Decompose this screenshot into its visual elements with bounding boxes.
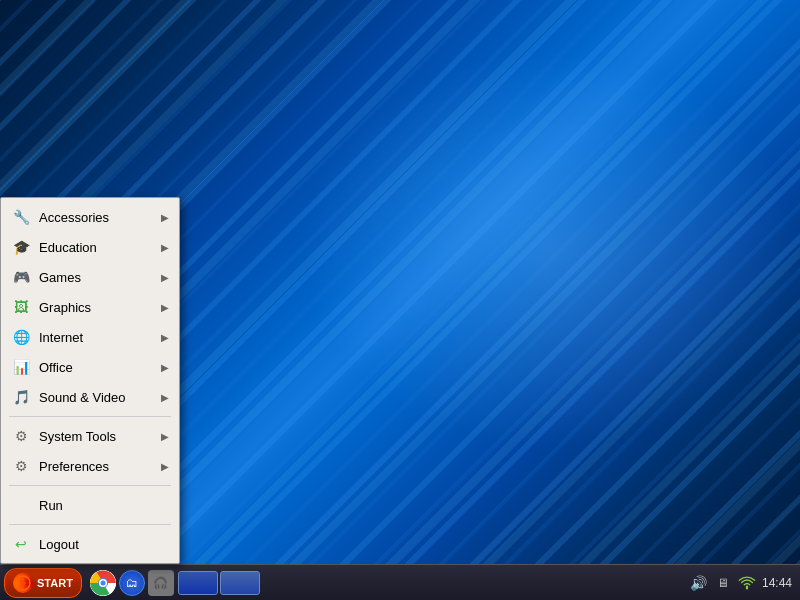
games-label: Games (39, 270, 161, 285)
logout-label: Logout (39, 537, 169, 552)
sound-video-icon: 🎵 (11, 387, 31, 407)
start-button[interactable]: START (4, 568, 82, 598)
internet-label: Internet (39, 330, 161, 345)
graphics-arrow: ▶ (161, 302, 169, 313)
accessories-icon: 🔧 (11, 207, 31, 227)
run-label: Run (39, 498, 169, 513)
sound-video-label: Sound & Video (39, 390, 161, 405)
menu-item-office[interactable]: 📊 Office ▶ (1, 352, 179, 382)
accessories-arrow: ▶ (161, 212, 169, 223)
internet-icon: 🌐 (11, 327, 31, 347)
divider-1 (9, 416, 171, 417)
office-arrow: ▶ (161, 362, 169, 373)
education-label: Education (39, 240, 161, 255)
accessories-label: Accessories (39, 210, 161, 225)
menu-item-graphics[interactable]: 🖼 Graphics ▶ (1, 292, 179, 322)
preferences-icon: ⚙ (11, 456, 31, 476)
office-icon: 📊 (11, 357, 31, 377)
graphics-icon: 🖼 (11, 297, 31, 317)
sound-video-arrow: ▶ (161, 392, 169, 403)
graphics-label: Graphics (39, 300, 161, 315)
taskbar-right: 🔊 🖥 14:44 (690, 574, 800, 592)
start-menu: 🔧 Accessories ▶ 🎓 Education ▶ 🎮 Games ▶ … (0, 197, 180, 564)
desktop-glow (300, 50, 800, 450)
taskbar-apps: 🗂 🎧 (90, 570, 174, 596)
education-icon: 🎓 (11, 237, 31, 257)
battery-icon[interactable]: 🖥 (714, 574, 732, 592)
taskbar-windows (178, 571, 260, 595)
office-label: Office (39, 360, 161, 375)
menu-item-games[interactable]: 🎮 Games ▶ (1, 262, 179, 292)
preferences-label: Preferences (39, 459, 161, 474)
menu-item-preferences[interactable]: ⚙ Preferences ▶ (1, 451, 179, 481)
menu-item-education[interactable]: 🎓 Education ▶ (1, 232, 179, 262)
window-button-2[interactable] (220, 571, 260, 595)
run-icon (11, 495, 31, 515)
system-tools-label: System Tools (39, 429, 161, 444)
menu-item-logout[interactable]: ↩ Logout (1, 529, 179, 559)
menu-item-sound-video[interactable]: 🎵 Sound & Video ▶ (1, 382, 179, 412)
menu-item-system-tools[interactable]: ⚙ System Tools ▶ (1, 421, 179, 451)
svg-point-1 (20, 580, 26, 586)
internet-arrow: ▶ (161, 332, 169, 343)
logout-icon: ↩ (11, 534, 31, 554)
games-icon: 🎮 (11, 267, 31, 287)
system-tools-icon: ⚙ (11, 426, 31, 446)
taskbar-chrome-icon[interactable] (90, 570, 116, 596)
system-tools-arrow: ▶ (161, 431, 169, 442)
window-button-1[interactable] (178, 571, 218, 595)
clock: 14:44 (762, 576, 792, 590)
taskbar-file-manager-icon[interactable]: 🗂 (119, 570, 145, 596)
start-logo (13, 573, 33, 593)
wifi-icon[interactable] (738, 574, 756, 592)
start-label: START (37, 577, 73, 589)
menu-item-internet[interactable]: 🌐 Internet ▶ (1, 322, 179, 352)
taskbar: START 🗂 🎧 � (0, 564, 800, 600)
menu-item-accessories[interactable]: 🔧 Accessories ▶ (1, 202, 179, 232)
svg-point-5 (100, 580, 105, 585)
taskbar-headphones-icon[interactable]: 🎧 (148, 570, 174, 596)
preferences-arrow: ▶ (161, 461, 169, 472)
divider-3 (9, 524, 171, 525)
games-arrow: ▶ (161, 272, 169, 283)
volume-icon[interactable]: 🔊 (690, 574, 708, 592)
menu-item-run[interactable]: Run (1, 490, 179, 520)
education-arrow: ▶ (161, 242, 169, 253)
divider-2 (9, 485, 171, 486)
